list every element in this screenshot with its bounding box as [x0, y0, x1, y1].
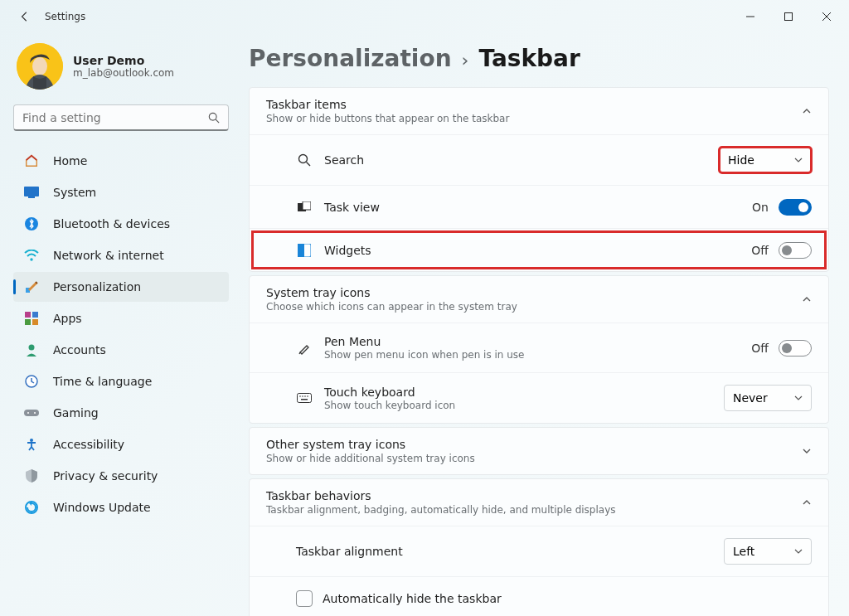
touch-keyboard-dropdown[interactable]: Never [724, 385, 812, 411]
svg-rect-11 [25, 319, 31, 325]
row-sublabel: Show pen menu icon when pen is in use [324, 349, 751, 361]
toggle-state: Off [751, 244, 769, 257]
nav-label: Bluetooth & devices [53, 217, 170, 230]
chevron-down-icon [802, 446, 812, 456]
chevron-down-icon [794, 394, 803, 402]
svg-rect-12 [32, 319, 38, 325]
keyboard-icon [296, 390, 313, 406]
nav-list: Home System Bluetooth & devices Network … [13, 146, 229, 522]
window-title: Settings [45, 11, 85, 22]
row-search: Search Hide [250, 134, 828, 185]
nav-label: Apps [53, 312, 82, 325]
section-other-tray[interactable]: Other system tray icons Show or hide add… [249, 427, 829, 475]
nav-label: Personalization [53, 280, 141, 293]
svg-rect-9 [25, 312, 31, 318]
breadcrumb-parent[interactable]: Personalization [249, 45, 452, 72]
section-title: Other system tray icons [266, 438, 802, 451]
nav-update[interactable]: Windows Update [13, 492, 229, 522]
section-title: Taskbar behaviors [266, 489, 802, 502]
svg-point-16 [27, 412, 29, 414]
chevron-up-icon [802, 497, 812, 507]
maximize-button[interactable] [769, 0, 808, 33]
nav-privacy[interactable]: Privacy & security [13, 461, 229, 491]
section-subtitle: Show or hide additional system tray icon… [266, 453, 802, 464]
nav-network[interactable]: Network & internet [13, 240, 229, 270]
svg-rect-4 [24, 187, 39, 196]
row-label: Taskbar alignment [296, 545, 724, 558]
main-content: Personalization › Taskbar Taskbar items … [242, 33, 849, 616]
close-button[interactable] [808, 0, 846, 33]
minimize-button[interactable] [731, 0, 769, 33]
nav-gaming[interactable]: Gaming [13, 398, 229, 428]
shield-icon [23, 468, 40, 484]
svg-point-13 [29, 345, 35, 351]
svg-rect-10 [32, 312, 38, 318]
chevron-down-icon [794, 547, 803, 555]
svg-rect-22 [303, 201, 311, 210]
nav-home[interactable]: Home [13, 146, 229, 176]
search-icon [296, 152, 313, 168]
search-input[interactable] [22, 111, 208, 124]
nav-system[interactable]: System [13, 177, 229, 207]
row-label: Pen Menu [324, 335, 751, 348]
section-header[interactable]: Taskbar behaviors Taskbar alignment, bad… [250, 479, 828, 526]
svg-rect-24 [298, 244, 304, 257]
nav-label: Privacy & security [53, 469, 158, 483]
section-header[interactable]: Taskbar items Show or hide buttons that … [250, 88, 828, 134]
section-header[interactable]: System tray icons Choose which icons can… [250, 276, 828, 323]
row-label: Touch keyboard [324, 386, 724, 399]
toggle-state: On [752, 201, 769, 214]
nav-time[interactable]: Time & language [13, 366, 229, 396]
chevron-down-icon [794, 156, 803, 164]
accessibility-icon [23, 436, 40, 453]
row-label: Automatically hide the taskbar [323, 592, 502, 605]
nav-apps[interactable]: Apps [13, 303, 229, 333]
svg-rect-25 [298, 394, 312, 403]
search-dropdown[interactable]: Hide [719, 147, 812, 173]
pen-toggle[interactable] [779, 340, 812, 357]
search-box[interactable] [13, 104, 229, 131]
search-icon [208, 112, 220, 124]
svg-point-2 [32, 57, 47, 75]
autohide-checkbox[interactable] [296, 590, 313, 607]
section-subtitle: Taskbar alignment, badging, automaticall… [266, 504, 802, 516]
svg-rect-15 [24, 410, 39, 416]
row-sublabel: Show touch keyboard icon [324, 400, 724, 411]
home-icon [23, 153, 40, 169]
page-title: Taskbar [478, 45, 580, 72]
user-profile[interactable]: User Demo m_lab@outlook.com [17, 43, 229, 90]
nav-label: System [53, 186, 96, 199]
section-system-tray: System tray icons Choose which icons can… [249, 275, 829, 424]
clock-icon [23, 373, 40, 390]
svg-point-3 [209, 113, 216, 120]
back-button[interactable] [13, 5, 36, 28]
accounts-icon [23, 342, 40, 358]
sidebar: User Demo m_lab@outlook.com Home System … [0, 33, 242, 616]
nav-personalization[interactable]: Personalization [13, 272, 229, 302]
wifi-icon [23, 247, 40, 264]
svg-point-17 [34, 412, 36, 414]
chevron-up-icon [802, 294, 812, 304]
row-autohide[interactable]: Automatically hide the taskbar [250, 576, 828, 616]
nav-label: Home [53, 154, 87, 167]
svg-point-29 [307, 395, 308, 397]
svg-point-7 [30, 258, 32, 260]
taskview-toggle[interactable] [779, 199, 812, 216]
nav-label: Accessibility [53, 438, 124, 451]
nav-label: Gaming [53, 406, 99, 420]
alignment-dropdown[interactable]: Left [724, 538, 812, 565]
nav-bluetooth[interactable]: Bluetooth & devices [13, 209, 229, 239]
nav-label: Windows Update [53, 501, 151, 514]
gaming-icon [23, 405, 40, 421]
taskview-icon [296, 199, 313, 216]
svg-rect-30 [301, 399, 308, 400]
row-taskview: Task view On [250, 185, 828, 228]
svg-point-20 [299, 155, 308, 163]
nav-accessibility[interactable]: Accessibility [13, 429, 229, 459]
nav-accounts[interactable]: Accounts [13, 335, 229, 365]
widgets-toggle[interactable] [779, 242, 812, 259]
avatar [17, 43, 63, 90]
svg-point-27 [302, 395, 303, 397]
nav-label: Network & internet [53, 249, 164, 262]
chevron-right-icon: › [462, 50, 469, 70]
